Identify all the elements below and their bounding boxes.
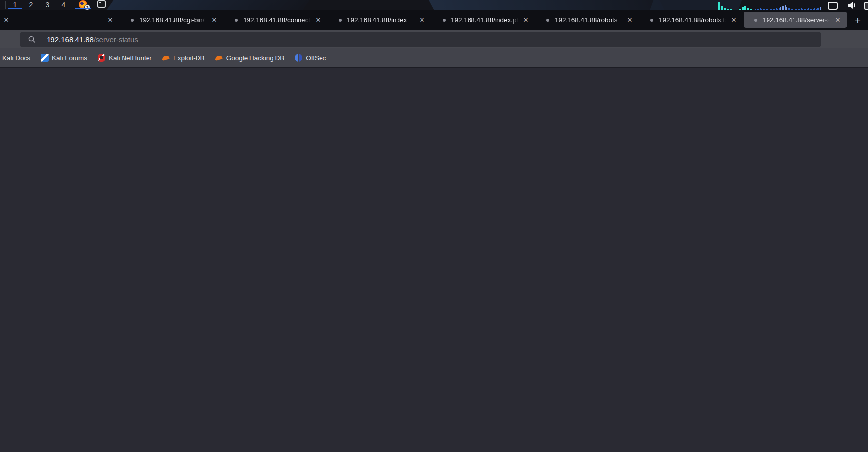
tab-title: 192.168.41.88/server-status — [763, 16, 830, 24]
bookmark-item[interactable]: Kali Forums — [41, 54, 87, 62]
bookmark-label: OffSec — [306, 54, 326, 62]
graph-bar — [776, 8, 777, 10]
workspace-button[interactable]: 3 — [39, 0, 55, 10]
graph-bar — [816, 9, 817, 10]
graph-bar — [777, 9, 778, 10]
graph-bar — [801, 8, 802, 10]
graph-bar — [817, 8, 818, 10]
graph-bar — [789, 8, 790, 10]
tab-bar: RL ✕ ✕ 192.168.41.88/cgi-bin/ ✕ 192.168.… — [0, 10, 868, 30]
graph-bar — [794, 9, 794, 10]
system-tray — [718, 0, 868, 10]
window-tray-icon[interactable] — [828, 2, 838, 10]
graph-bar — [767, 9, 768, 10]
graph-bar — [761, 9, 762, 10]
graph-bar — [798, 9, 799, 10]
graph-bar — [779, 8, 780, 10]
tab-close-icon[interactable]: ✕ — [106, 17, 114, 23]
graph-bar — [764, 9, 765, 10]
graph-bar — [750, 9, 752, 10]
graph-bar — [774, 9, 775, 10]
graph-bar — [788, 8, 789, 10]
bookmark-item[interactable]: Kali NetHunter — [98, 54, 152, 62]
graph-bar — [744, 6, 746, 10]
browser-tab[interactable]: 192.168.41.88/connect ✕ — [224, 10, 328, 30]
graph-bar — [770, 9, 771, 10]
bookmark-favicon — [98, 54, 105, 62]
cpu-graph — [718, 0, 752, 10]
bookmark-label: Kali Docs — [2, 54, 30, 62]
navigation-toolbar: 192.168.41.88/server-status — [0, 30, 868, 48]
tab-close-icon[interactable]: ✕ — [834, 17, 842, 23]
clipped-tray-icon[interactable] — [864, 2, 868, 10]
graph-bar — [796, 9, 797, 10]
new-tab-button[interactable]: + — [849, 10, 866, 30]
tab-close-icon[interactable]: ✕ — [626, 17, 634, 23]
browser-tab[interactable]: 192.168.41.88/server-status ✕ — [744, 12, 847, 28]
firefox-taskbar-button[interactable]: 2 — [74, 0, 92, 10]
graph-bar — [808, 8, 809, 10]
bookmark-item[interactable]: Google Hacking DB — [215, 54, 285, 62]
tab-close-icon[interactable]: ✕ — [418, 17, 426, 23]
graph-bar — [792, 9, 793, 10]
terminal-taskbar-button[interactable] — [92, 0, 110, 10]
bookmark-favicon — [215, 54, 223, 62]
wallpaper-shape — [429, 0, 665, 10]
panel-separator — [5, 1, 6, 9]
unloaded-tab-dot-icon — [754, 19, 757, 22]
graph-bar — [766, 9, 767, 10]
graph-bar — [783, 6, 784, 10]
tab-close-icon[interactable]: ✕ — [730, 17, 738, 23]
bookmark-item[interactable]: OffSec — [295, 54, 326, 62]
browser-tab[interactable]: RL ✕ — [0, 10, 16, 30]
tab-close-icon[interactable]: ✕ — [314, 17, 322, 23]
graph-bar — [773, 9, 774, 10]
tab-title: 192.168.41.88/index — [347, 16, 414, 24]
browser-tab[interactable]: ✕ — [16, 10, 120, 30]
bookmark-item[interactable]: Kali Docs — [2, 54, 30, 62]
active-window-underline — [75, 8, 91, 9]
panel-separator — [73, 1, 73, 9]
url-bar[interactable]: 192.168.41.88/server-status — [20, 32, 821, 47]
workspace-button[interactable]: 4 — [55, 0, 72, 10]
browser-tab[interactable]: 192.168.41.88/robots ✕ — [536, 10, 640, 30]
url-text: 192.168.41.88/server-status — [47, 35, 138, 44]
graph-bar — [807, 9, 808, 10]
tab-title: 192.168.41.88/connect — [243, 16, 310, 24]
graph-bar — [771, 9, 772, 10]
graph-bar — [786, 7, 787, 10]
graph-bar — [782, 6, 783, 10]
tab-close-icon[interactable]: ✕ — [210, 17, 218, 23]
graph-bar — [758, 9, 759, 10]
bookmark-item[interactable]: Exploit-DB — [162, 54, 205, 62]
top-panel: 1 2 3 4 2 — [0, 0, 868, 10]
graph-bar — [757, 9, 758, 10]
workspace-button[interactable]: 2 — [23, 0, 39, 10]
browser-tab[interactable]: 192.168.41.88/index.php ✕ — [432, 10, 536, 30]
graph-bar — [820, 7, 821, 10]
workspace-number: 2 — [29, 1, 33, 9]
workspace-number: 4 — [62, 1, 66, 9]
browser-tab[interactable]: 192.168.41.88/cgi-bin/ ✕ — [120, 10, 224, 30]
tab-close-icon[interactable]: ✕ — [522, 17, 530, 23]
browser-tab[interactable]: 192.168.41.88/robots.txt ✕ — [640, 10, 744, 30]
bookmark-favicon — [41, 54, 49, 62]
bookmark-favicon — [162, 54, 170, 62]
network-graph — [755, 0, 821, 10]
speaker-icon[interactable] — [847, 1, 857, 10]
graph-bar — [763, 9, 764, 10]
terminal-icon — [97, 0, 106, 8]
graph-bar — [802, 9, 803, 10]
workspace-switcher: 1 2 3 4 — [7, 0, 72, 10]
graph-bar — [795, 9, 796, 10]
bookmark-label: Kali NetHunter — [109, 54, 152, 62]
tab-close-icon[interactable]: ✕ — [2, 17, 10, 23]
graph-bar — [780, 7, 781, 10]
unloaded-tab-dot-icon — [235, 19, 238, 22]
wallpaper-shape — [107, 0, 310, 10]
browser-tab[interactable]: 192.168.41.88/index ✕ — [328, 10, 432, 30]
tab-title: 192.168.41.88/robots.txt — [659, 16, 726, 24]
unloaded-tab-dot-icon — [339, 19, 342, 22]
workspace-button[interactable]: 1 — [7, 0, 23, 10]
tab-title: 192.168.41.88/robots — [555, 16, 622, 24]
